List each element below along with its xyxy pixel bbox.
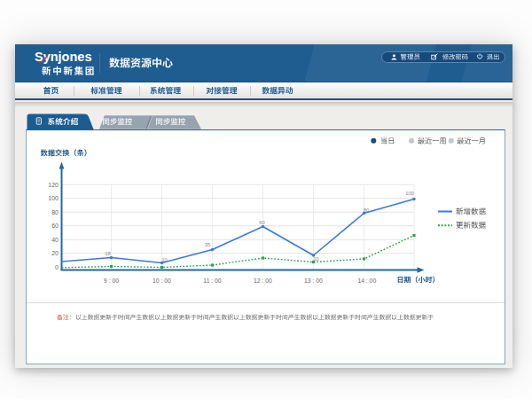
svg-text:80: 80 bbox=[51, 209, 59, 215]
svg-text:120: 120 bbox=[48, 182, 59, 188]
svg-text:10 : 00: 10 : 00 bbox=[153, 278, 171, 284]
svg-text:10: 10 bbox=[161, 257, 167, 262]
svg-text:35: 35 bbox=[205, 242, 210, 247]
svg-text:12 : 00: 12 : 00 bbox=[254, 278, 272, 284]
svg-text:60: 60 bbox=[51, 223, 59, 229]
svg-text:Synjones: Synjones bbox=[35, 50, 91, 64]
svg-text:9 : 00: 9 : 00 bbox=[104, 278, 119, 284]
svg-text:100: 100 bbox=[48, 195, 59, 201]
svg-text:11 : 00: 11 : 00 bbox=[203, 278, 222, 284]
svg-text:80: 80 bbox=[364, 207, 369, 213]
svg-text:60: 60 bbox=[259, 220, 264, 225]
svg-text:10: 10 bbox=[313, 256, 318, 262]
svg-text:0: 0 bbox=[55, 264, 59, 270]
svg-text:18: 18 bbox=[105, 251, 110, 256]
svg-text:100: 100 bbox=[405, 191, 414, 196]
svg-text:14 : 00: 14 : 00 bbox=[357, 278, 376, 284]
svg-text:40: 40 bbox=[51, 237, 59, 243]
svg-text:20: 20 bbox=[51, 250, 59, 256]
svg-text:13 : 00: 13 : 00 bbox=[304, 278, 323, 284]
